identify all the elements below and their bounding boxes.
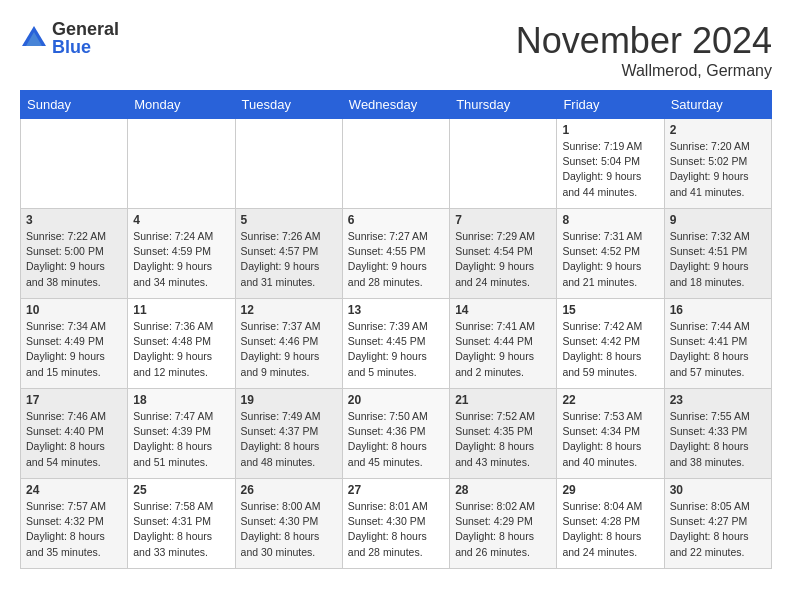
day-number: 13 xyxy=(348,303,444,317)
calendar-cell: 19Sunrise: 7:49 AM Sunset: 4:37 PM Dayli… xyxy=(235,389,342,479)
calendar-cell: 11Sunrise: 7:36 AM Sunset: 4:48 PM Dayli… xyxy=(128,299,235,389)
calendar-cell: 25Sunrise: 7:58 AM Sunset: 4:31 PM Dayli… xyxy=(128,479,235,569)
day-info: Sunrise: 7:31 AM Sunset: 4:52 PM Dayligh… xyxy=(562,229,658,290)
day-info: Sunrise: 7:19 AM Sunset: 5:04 PM Dayligh… xyxy=(562,139,658,200)
day-number: 11 xyxy=(133,303,229,317)
day-info: Sunrise: 7:55 AM Sunset: 4:33 PM Dayligh… xyxy=(670,409,766,470)
day-info: Sunrise: 7:29 AM Sunset: 4:54 PM Dayligh… xyxy=(455,229,551,290)
calendar-cell: 20Sunrise: 7:50 AM Sunset: 4:36 PM Dayli… xyxy=(342,389,449,479)
calendar-cell: 27Sunrise: 8:01 AM Sunset: 4:30 PM Dayli… xyxy=(342,479,449,569)
calendar-cell: 5Sunrise: 7:26 AM Sunset: 4:57 PM Daylig… xyxy=(235,209,342,299)
logo-icon xyxy=(20,24,48,52)
weekday-header-monday: Monday xyxy=(128,91,235,119)
day-number: 28 xyxy=(455,483,551,497)
day-info: Sunrise: 7:42 AM Sunset: 4:42 PM Dayligh… xyxy=(562,319,658,380)
day-number: 22 xyxy=(562,393,658,407)
day-info: Sunrise: 7:39 AM Sunset: 4:45 PM Dayligh… xyxy=(348,319,444,380)
weekday-header-thursday: Thursday xyxy=(450,91,557,119)
title-block: November 2024 Wallmerod, Germany xyxy=(516,20,772,80)
day-number: 15 xyxy=(562,303,658,317)
day-info: Sunrise: 7:22 AM Sunset: 5:00 PM Dayligh… xyxy=(26,229,122,290)
logo: General Blue xyxy=(20,20,119,56)
logo-general-text: General xyxy=(52,20,119,38)
calendar-cell: 10Sunrise: 7:34 AM Sunset: 4:49 PM Dayli… xyxy=(21,299,128,389)
calendar-week-row: 17Sunrise: 7:46 AM Sunset: 4:40 PM Dayli… xyxy=(21,389,772,479)
weekday-header-wednesday: Wednesday xyxy=(342,91,449,119)
calendar-cell: 22Sunrise: 7:53 AM Sunset: 4:34 PM Dayli… xyxy=(557,389,664,479)
calendar-week-row: 24Sunrise: 7:57 AM Sunset: 4:32 PM Dayli… xyxy=(21,479,772,569)
day-info: Sunrise: 7:50 AM Sunset: 4:36 PM Dayligh… xyxy=(348,409,444,470)
calendar-cell: 13Sunrise: 7:39 AM Sunset: 4:45 PM Dayli… xyxy=(342,299,449,389)
calendar-cell xyxy=(235,119,342,209)
day-number: 23 xyxy=(670,393,766,407)
day-number: 10 xyxy=(26,303,122,317)
calendar-cell: 6Sunrise: 7:27 AM Sunset: 4:55 PM Daylig… xyxy=(342,209,449,299)
day-number: 5 xyxy=(241,213,337,227)
day-number: 12 xyxy=(241,303,337,317)
calendar-cell: 9Sunrise: 7:32 AM Sunset: 4:51 PM Daylig… xyxy=(664,209,771,299)
day-info: Sunrise: 8:02 AM Sunset: 4:29 PM Dayligh… xyxy=(455,499,551,560)
calendar-cell xyxy=(342,119,449,209)
day-number: 16 xyxy=(670,303,766,317)
calendar-cell: 3Sunrise: 7:22 AM Sunset: 5:00 PM Daylig… xyxy=(21,209,128,299)
day-info: Sunrise: 7:24 AM Sunset: 4:59 PM Dayligh… xyxy=(133,229,229,290)
day-info: Sunrise: 7:47 AM Sunset: 4:39 PM Dayligh… xyxy=(133,409,229,470)
day-number: 24 xyxy=(26,483,122,497)
day-number: 30 xyxy=(670,483,766,497)
day-info: Sunrise: 8:05 AM Sunset: 4:27 PM Dayligh… xyxy=(670,499,766,560)
calendar-cell: 2Sunrise: 7:20 AM Sunset: 5:02 PM Daylig… xyxy=(664,119,771,209)
calendar-cell: 17Sunrise: 7:46 AM Sunset: 4:40 PM Dayli… xyxy=(21,389,128,479)
calendar-cell: 14Sunrise: 7:41 AM Sunset: 4:44 PM Dayli… xyxy=(450,299,557,389)
day-number: 2 xyxy=(670,123,766,137)
day-info: Sunrise: 7:57 AM Sunset: 4:32 PM Dayligh… xyxy=(26,499,122,560)
day-info: Sunrise: 7:52 AM Sunset: 4:35 PM Dayligh… xyxy=(455,409,551,470)
day-number: 1 xyxy=(562,123,658,137)
calendar-cell: 4Sunrise: 7:24 AM Sunset: 4:59 PM Daylig… xyxy=(128,209,235,299)
calendar-cell: 21Sunrise: 7:52 AM Sunset: 4:35 PM Dayli… xyxy=(450,389,557,479)
calendar-cell: 1Sunrise: 7:19 AM Sunset: 5:04 PM Daylig… xyxy=(557,119,664,209)
weekday-header-row: SundayMondayTuesdayWednesdayThursdayFrid… xyxy=(21,91,772,119)
day-number: 9 xyxy=(670,213,766,227)
day-info: Sunrise: 7:53 AM Sunset: 4:34 PM Dayligh… xyxy=(562,409,658,470)
calendar-cell: 16Sunrise: 7:44 AM Sunset: 4:41 PM Dayli… xyxy=(664,299,771,389)
calendar-cell: 18Sunrise: 7:47 AM Sunset: 4:39 PM Dayli… xyxy=(128,389,235,479)
calendar-cell: 28Sunrise: 8:02 AM Sunset: 4:29 PM Dayli… xyxy=(450,479,557,569)
day-number: 7 xyxy=(455,213,551,227)
day-info: Sunrise: 7:34 AM Sunset: 4:49 PM Dayligh… xyxy=(26,319,122,380)
calendar-cell: 26Sunrise: 8:00 AM Sunset: 4:30 PM Dayli… xyxy=(235,479,342,569)
day-info: Sunrise: 7:36 AM Sunset: 4:48 PM Dayligh… xyxy=(133,319,229,380)
calendar-cell: 29Sunrise: 8:04 AM Sunset: 4:28 PM Dayli… xyxy=(557,479,664,569)
day-number: 20 xyxy=(348,393,444,407)
day-number: 18 xyxy=(133,393,229,407)
day-info: Sunrise: 7:37 AM Sunset: 4:46 PM Dayligh… xyxy=(241,319,337,380)
calendar-cell: 12Sunrise: 7:37 AM Sunset: 4:46 PM Dayli… xyxy=(235,299,342,389)
calendar-week-row: 10Sunrise: 7:34 AM Sunset: 4:49 PM Dayli… xyxy=(21,299,772,389)
day-number: 21 xyxy=(455,393,551,407)
day-info: Sunrise: 7:27 AM Sunset: 4:55 PM Dayligh… xyxy=(348,229,444,290)
weekday-header-saturday: Saturday xyxy=(664,91,771,119)
day-number: 3 xyxy=(26,213,122,227)
day-number: 25 xyxy=(133,483,229,497)
calendar-cell xyxy=(21,119,128,209)
month-title: November 2024 xyxy=(516,20,772,62)
calendar-cell: 30Sunrise: 8:05 AM Sunset: 4:27 PM Dayli… xyxy=(664,479,771,569)
day-info: Sunrise: 7:49 AM Sunset: 4:37 PM Dayligh… xyxy=(241,409,337,470)
page-header: General Blue November 2024 Wallmerod, Ge… xyxy=(20,20,772,80)
day-number: 6 xyxy=(348,213,444,227)
day-info: Sunrise: 7:58 AM Sunset: 4:31 PM Dayligh… xyxy=(133,499,229,560)
day-number: 29 xyxy=(562,483,658,497)
day-number: 14 xyxy=(455,303,551,317)
calendar-cell xyxy=(450,119,557,209)
day-number: 26 xyxy=(241,483,337,497)
calendar-week-row: 3Sunrise: 7:22 AM Sunset: 5:00 PM Daylig… xyxy=(21,209,772,299)
day-info: Sunrise: 7:26 AM Sunset: 4:57 PM Dayligh… xyxy=(241,229,337,290)
calendar-cell: 15Sunrise: 7:42 AM Sunset: 4:42 PM Dayli… xyxy=(557,299,664,389)
day-number: 4 xyxy=(133,213,229,227)
calendar-cell xyxy=(128,119,235,209)
calendar-week-row: 1Sunrise: 7:19 AM Sunset: 5:04 PM Daylig… xyxy=(21,119,772,209)
calendar-table: SundayMondayTuesdayWednesdayThursdayFrid… xyxy=(20,90,772,569)
day-info: Sunrise: 8:01 AM Sunset: 4:30 PM Dayligh… xyxy=(348,499,444,560)
weekday-header-tuesday: Tuesday xyxy=(235,91,342,119)
day-info: Sunrise: 8:00 AM Sunset: 4:30 PM Dayligh… xyxy=(241,499,337,560)
day-info: Sunrise: 7:41 AM Sunset: 4:44 PM Dayligh… xyxy=(455,319,551,380)
